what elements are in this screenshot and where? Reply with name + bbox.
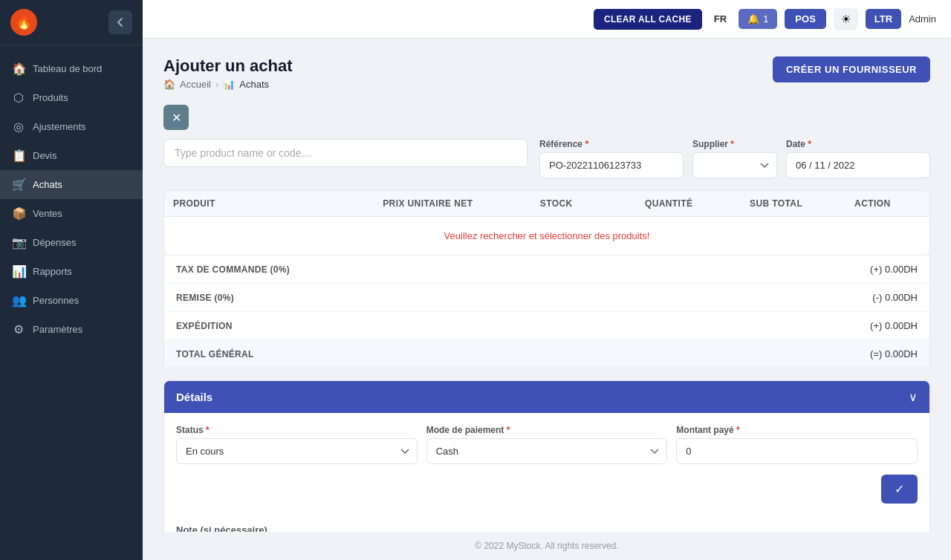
sidebar-nav: 🏠 Tableau de bord ⬡ Produits ◎ Ajustemen…: [0, 45, 143, 560]
breadcrumb-home-link[interactable]: Accueil: [180, 79, 211, 90]
sun-icon: ☀: [841, 13, 851, 25]
depenses-icon: 📷: [12, 235, 25, 250]
check-icon: ✓: [895, 482, 904, 496]
home-icon: 🏠: [12, 62, 25, 76]
details-body: Status * En cours Terminé Annulé Mode de…: [164, 413, 929, 532]
content-area: Ajouter un achat 🏠 Accueil › 📊 Achats CR…: [143, 39, 951, 532]
products-icon: ⬡: [12, 91, 25, 105]
sidebar-item-label: Paramètres: [33, 324, 82, 335]
chevron-down-icon: ∨: [909, 390, 918, 404]
tax-value: (+) 0.00DH: [870, 264, 918, 275]
sidebar-item-label: Devis: [33, 150, 57, 161]
bell-icon: 🔔: [747, 13, 759, 25]
sidebar-item-produits[interactable]: ⬡ Produits: [0, 83, 143, 112]
col-prix: PRIX UNITAIRE NET: [374, 191, 531, 216]
date-input[interactable]: [786, 152, 930, 178]
home-breadcrumb-icon: 🏠: [163, 79, 175, 90]
close-button[interactable]: ✕: [163, 105, 189, 130]
pos-button[interactable]: POS: [785, 9, 825, 29]
ltr-button[interactable]: LTR: [866, 9, 901, 29]
product-search-input[interactable]: [163, 139, 528, 167]
sidebar-item-label: Tableau de bord: [33, 63, 102, 74]
payment-select[interactable]: Cash Chèque Virement: [426, 438, 668, 464]
sidebar-item-devis[interactable]: 📋 Devis: [0, 141, 143, 170]
col-quantite: QUANTITÉ: [636, 191, 741, 216]
col-stock: STOCK: [531, 191, 636, 216]
close-icon: ✕: [172, 111, 181, 125]
table-empty-message: Veuillez rechercher et sélectionner des …: [164, 217, 929, 255]
settings-icon: ⚙: [12, 322, 25, 336]
sidebar-item-label: Dépenses: [33, 237, 77, 248]
page-title-group: Ajouter un achat 🏠 Accueil › 📊 Achats: [163, 56, 293, 90]
status-field-block: Status * En cours Terminé Annulé: [176, 425, 418, 464]
theme-toggle-button[interactable]: ☀: [834, 8, 858, 30]
expedition-label: EXPÉDITION: [176, 321, 233, 331]
total-row-tax: TAX DE COMMANDE (0%) (+) 0.00DH: [164, 255, 929, 284]
details-fields-row: Status * En cours Terminé Annulé Mode de…: [176, 425, 918, 464]
page-header: Ajouter un achat 🏠 Accueil › 📊 Achats CR…: [163, 56, 930, 90]
sidebar-item-label: Ventes: [33, 208, 62, 219]
expedition-value: (+) 0.00DH: [870, 320, 918, 331]
status-label: Status *: [176, 425, 418, 435]
sidebar-item-ajustements[interactable]: ◎ Ajustements: [0, 112, 143, 141]
sidebar-item-label: Rapports: [33, 266, 72, 277]
remise-label: REMISE (0%): [176, 293, 234, 303]
search-fields-row: Référence * Supplier * Date *: [163, 139, 930, 178]
page-title: Ajouter un achat: [163, 56, 293, 76]
breadcrumb-current: Achats: [239, 79, 269, 90]
sidebar-item-depenses[interactable]: 📷 Dépenses: [0, 228, 143, 257]
clear-cache-button[interactable]: CLEAR ALL CACHE: [594, 9, 702, 30]
app-logo: 🔥: [10, 9, 37, 36]
col-produit: PRODUIT: [164, 191, 374, 216]
date-field-block: Date *: [786, 139, 930, 178]
totals-section: TAX DE COMMANDE (0%) (+) 0.00DH REMISE (…: [163, 255, 930, 368]
reference-input[interactable]: [539, 152, 684, 178]
breadcrumb-chart-icon: 📊: [223, 79, 235, 90]
details-header[interactable]: Détails ∨: [164, 381, 929, 413]
devis-icon: 📋: [12, 149, 25, 163]
ventes-icon: 📦: [12, 206, 25, 221]
notifications-button[interactable]: 🔔 1: [739, 9, 777, 29]
status-select[interactable]: En cours Terminé Annulé: [176, 438, 418, 464]
amount-label: Montant payé *: [676, 425, 918, 435]
form-fields: Référence * Supplier * Date *: [539, 139, 930, 178]
details-title: Détails: [176, 391, 212, 403]
topbar: CLEAR ALL CACHE FR 🔔 1 POS ☀ LTR Admin: [143, 0, 951, 39]
sidebar-item-tableau[interactable]: 🏠 Tableau de bord: [0, 54, 143, 83]
total-row-remise: REMISE (0%) (-) 0.00DH: [164, 284, 929, 312]
reference-field-block: Référence *: [539, 139, 684, 178]
amount-input[interactable]: [676, 438, 918, 464]
total-row-expedition: EXPÉDITION (+) 0.00DH: [164, 312, 929, 340]
col-subtotal: SUB TOTAL: [741, 191, 845, 216]
sidebar-item-personnes[interactable]: 👥 Personnes: [0, 286, 143, 315]
sidebar-collapse-button[interactable]: [108, 10, 132, 34]
supplier-select[interactable]: [692, 152, 777, 178]
details-section: Détails ∨ Status * En cours Terminé Annu…: [163, 380, 930, 532]
supplier-label: Supplier *: [692, 139, 777, 149]
sidebar-item-ventes[interactable]: 📦 Ventes: [0, 199, 143, 228]
payment-field-block: Mode de paiement * Cash Chèque Virement: [426, 425, 668, 464]
sidebar-item-label: Produits: [33, 92, 68, 103]
footer-text: © 2022 MyStock. All rights reserved.: [475, 541, 619, 551]
sidebar-header: 🔥: [0, 0, 143, 45]
breadcrumb: 🏠 Accueil › 📊 Achats: [163, 79, 293, 90]
date-label: Date *: [786, 139, 930, 149]
sidebar-item-achats[interactable]: 🛒 Achats: [0, 170, 143, 199]
notif-count: 1: [763, 13, 768, 25]
note-label: Note (si nécessaire): [176, 524, 918, 532]
breadcrumb-separator: ›: [215, 79, 218, 90]
adjust-icon: ◎: [12, 120, 25, 134]
sidebar-item-label: Personnes: [33, 295, 79, 306]
table-header: PRODUIT PRIX UNITAIRE NET STOCK QUANTITÉ…: [164, 191, 929, 217]
create-supplier-button[interactable]: CRÉER UN FOURNISSEUR: [773, 56, 930, 82]
remise-value: (-) 0.00DH: [872, 292, 918, 303]
payment-label: Mode de paiement *: [426, 425, 668, 435]
language-selector[interactable]: FR: [710, 10, 731, 27]
sidebar-item-parametres[interactable]: ⚙ Paramètres: [0, 315, 143, 344]
personnes-icon: 👥: [12, 293, 25, 307]
main-wrapper: CLEAR ALL CACHE FR 🔔 1 POS ☀ LTR Admin A…: [143, 0, 951, 560]
sidebar-item-rapports[interactable]: 📊 Rapports: [0, 257, 143, 286]
amount-field-block: Montant payé *: [676, 425, 918, 464]
cart-icon: 🛒: [12, 178, 25, 192]
check-button[interactable]: ✓: [881, 475, 918, 504]
